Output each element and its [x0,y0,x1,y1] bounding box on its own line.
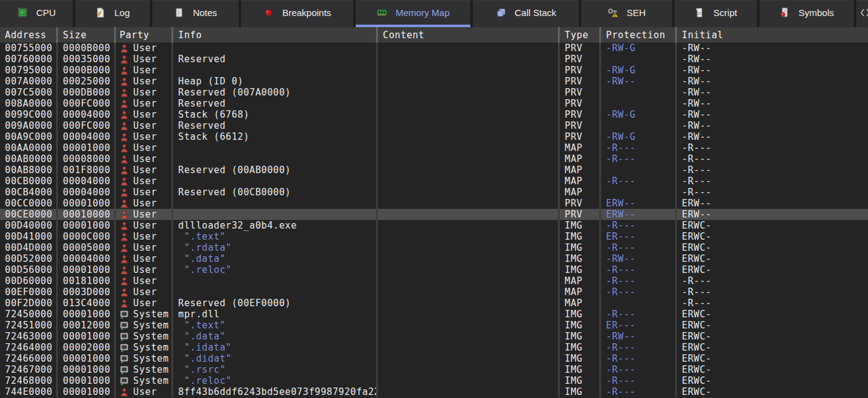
cell-info [171,65,376,76]
cell-address: 00AA0000 [0,142,56,153]
cell-content [376,131,558,142]
table-row[interactable]: 7246600000001000System ".didat"IMG-R---E… [0,353,868,364]
table-row[interactable]: 744E000000001000User8ff43b6ddf6243bd5ee0… [0,386,868,397]
cell-party: System [114,320,171,331]
column-header-type[interactable]: Type [558,27,599,43]
table-row[interactable]: 00D410000000C000User ".text"IMGER---ERWC… [0,231,868,242]
table-row[interactable]: 00AB000000008000UserMAP-R----R--- [0,153,868,164]
cell-info: Stack (6612) [171,131,376,142]
column-header-info[interactable]: Info [171,27,376,43]
cell-address: 00755000 [0,43,56,54]
table-row[interactable]: 00D6000000181000UserMAP-R----R--- [0,275,868,286]
cell-type: IMG [558,320,599,331]
cell-initial: -RW-- [675,65,868,76]
tab-source[interactable] [856,0,868,27]
table-row[interactable]: 00A9C00000004000UserStack (6612)PRV-RW-G… [0,131,868,142]
table-row[interactable]: 0099C00000004000UserStack (6768)PRV-RW-G… [0,109,868,120]
cell-type: PRV [558,43,599,54]
system-icon [120,376,129,386]
table-row[interactable]: 007550000000B000UserPRV-RW-G-RW-- [0,43,868,54]
column-header-address[interactable]: Address [0,27,56,43]
column-header-initial[interactable]: Initial [675,27,868,43]
table-row[interactable]: 00D4D00000005000User ".rdata"IMG-R---ERW… [0,242,868,253]
user-icon [120,177,129,186]
table-row[interactable]: 007950000000B000UserPRV-RW-G-RW-- [0,65,868,76]
table-row[interactable]: 7246700000001000System ".rsrc"IMG-R---ER… [0,364,868,375]
column-header-size[interactable]: Size [56,27,114,43]
user-icon [120,266,129,275]
table-row[interactable]: 00D4000000001000Userdllloader32_a0b4.exe… [0,220,868,231]
cell-size: 00001000 [56,309,114,320]
cell-party: User [114,43,171,54]
table-row[interactable]: 7245000000001000Systemmpr.dllIMG-R---ERW… [0,309,868,320]
table-row[interactable]: 7246400000002000System ".idata"IMG-R---E… [0,342,868,353]
cell-initial: -RW-- [675,87,868,98]
system-icon [120,321,129,330]
party-label: User [133,131,157,142]
cell-initial: -R--- [675,164,868,176]
tab-symbols[interactable]: Symbols [760,0,854,27]
cell-type: PRV [558,76,599,87]
system-icon [120,354,129,363]
tab-memory-map[interactable]: Memory Map [356,0,470,27]
table-row[interactable]: 008A0000000FC000UserReservedPRV-RW-- [0,98,868,109]
table-row[interactable]: 00AB8000001F8000UserReserved (00AB0000)M… [0,164,868,176]
cell-type: MAP [558,298,599,309]
cell-protection: -R--- [599,142,675,153]
party-label: System [133,364,169,375]
cell-party: User [114,76,171,87]
cell-size: 0000B000 [56,43,114,54]
cell-info: Reserved [171,98,376,109]
table-row[interactable]: 00EF00000003D000UserMAP-R----R--- [0,286,868,298]
cell-info [171,142,376,153]
cell-initial: -RW-- [675,76,868,87]
table-row[interactable]: 009A0000000FC000UserReservedPRV-RW-- [0,120,868,131]
cell-content [376,331,558,342]
table-row[interactable]: 7245100000012000System ".text"IMGER---ER… [0,320,868,331]
cell-info [171,43,376,54]
cell-type: IMG [558,220,599,231]
cell-type: PRV [558,109,599,120]
tab-log[interactable]: Log [75,0,150,27]
table-row[interactable]: 00D5200000004000User ".data"IMG-RW--ERWC… [0,253,868,264]
user-icon [120,277,129,286]
table-row[interactable]: 00AA000000001000UserMAP-R----R--- [0,142,868,153]
column-header-protection[interactable]: Protection [599,27,675,43]
table-row[interactable]: 0076000000035000UserReservedPRV-RW-- [0,54,868,65]
cell-protection: -RW-- [599,331,675,342]
table-row[interactable]: 00F2D000013C4000UserReserved (00EF0000)M… [0,298,868,309]
table-row[interactable]: 7246300000001000System ".data"IMG-RW--ER… [0,331,868,342]
call-stack-icon [496,7,506,18]
user-icon [120,232,129,242]
table-row[interactable]: 00D5600000001000User ".reloc"IMG-R---ERW… [0,264,868,275]
table-row[interactable]: 007A000000025000UserHeap (ID 0)PRV-RW---… [0,76,868,87]
tab-script[interactable]: Script [674,0,757,27]
user-icon [120,99,129,108]
cell-initial: -R--- [675,142,868,153]
column-header-content[interactable]: Content [376,27,558,43]
cell-initial: ERWC- [675,309,868,320]
user-icon [120,66,129,75]
tab-breakpoints[interactable]: Breakpoints [241,0,353,27]
cell-type: PRV [558,131,599,142]
tab-seh[interactable]: SEH [581,0,672,27]
cell-info: Stack (6768) [171,109,376,120]
table-row[interactable]: 00CB000000004000UserMAP-R----R--- [0,176,868,187]
cell-party: User [114,131,171,142]
table-row[interactable]: 00CB400000004000UserReserved (00CB0000)M… [0,187,868,198]
table-row[interactable]: 7246800000001000System ".reloc"IMG-R---E… [0,375,868,386]
tab-notes[interactable]: Notes [152,0,239,27]
table-row[interactable]: 007C5000000DB000UserReserved (007A0000)P… [0,87,868,98]
tab-call-stack[interactable]: Call Stack [473,0,579,27]
table-row-selected[interactable]: 00CE000000010000UserPRVERW--ERW-- [0,209,868,220]
cell-size: 00181000 [56,275,114,286]
cell-address: 00D4D000 [0,242,56,253]
cell-content [376,76,558,87]
system-icon [120,343,129,352]
cell-type: IMG [558,353,599,364]
table-row[interactable]: 00CC000000001000UserPRVERW--ERW-- [0,198,868,209]
column-header-party[interactable]: Party [114,27,171,43]
cell-address: 00760000 [0,54,56,65]
tab-cpu[interactable]: CPU [0,0,73,27]
cell-type: PRV [558,65,599,76]
